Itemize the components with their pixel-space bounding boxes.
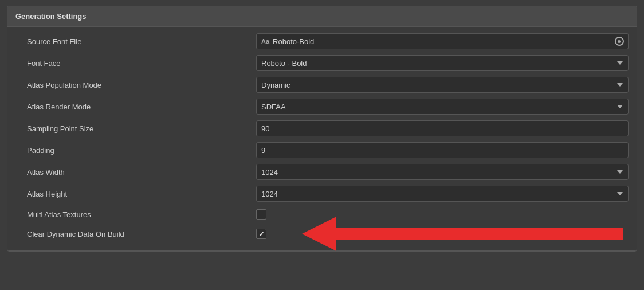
atlas-height-select-wrapper: 512 1024 2048 4096 — [256, 186, 629, 202]
label-padding: Padding — [15, 146, 256, 155]
generation-settings-panel: Generation Settings Source Font File Aa … — [7, 6, 637, 252]
label-atlas-width: Atlas Width — [15, 168, 256, 177]
atlas-render-mode-dropdown[interactable]: SDFAA SDF Raster — [256, 99, 629, 115]
source-font-field[interactable]: Aa Roboto-Bold — [256, 33, 610, 49]
multi-atlas-textures-checkbox[interactable] — [256, 209, 266, 220]
target-icon — [615, 37, 624, 46]
atlas-population-mode-select-wrapper: Dynamic Static Custom — [256, 77, 629, 93]
label-sampling-point-size: Sampling Point Size — [15, 124, 256, 133]
source-font-value: Roboto-Bold — [273, 37, 314, 46]
label-multi-atlas-textures: Multi Atlas Textures — [15, 210, 256, 219]
source-font-wrapper: Aa Roboto-Bold — [256, 33, 629, 49]
atlas-width-dropdown[interactable]: 512 1024 2048 4096 — [256, 164, 629, 180]
atlas-population-mode-dropdown[interactable]: Dynamic Static Custom — [256, 77, 629, 93]
label-font-face: Font Face — [15, 59, 256, 68]
control-padding — [256, 142, 629, 158]
control-clear-dynamic-data: ✓ — [256, 229, 629, 239]
control-source-font-file: Aa Roboto-Bold — [256, 33, 629, 49]
settings-grid: Source Font File Aa Roboto-Bold Font Fac… — [7, 27, 637, 247]
row-atlas-population-mode: Atlas Population Mode Dynamic Static Cus… — [7, 74, 637, 96]
row-sampling-point-size: Sampling Point Size — [7, 117, 637, 139]
label-clear-dynamic-data: Clear Dynamic Data On Build — [15, 230, 256, 238]
control-atlas-render-mode: SDFAA SDF Raster — [256, 99, 629, 115]
font-face-dropdown[interactable]: Roboto - Bold Roboto - Regular Roboto - … — [256, 55, 629, 71]
control-atlas-height: 512 1024 2048 4096 — [256, 186, 629, 202]
label-atlas-height: Atlas Height — [15, 190, 256, 198]
control-sampling-point-size — [256, 120, 629, 136]
row-clear-dynamic-data: Clear Dynamic Data On Build ✓ — [7, 224, 637, 244]
label-atlas-population-mode: Atlas Population Mode — [15, 81, 256, 89]
row-atlas-render-mode: Atlas Render Mode SDFAA SDF Raster — [7, 96, 637, 117]
checkmark-icon: ✓ — [258, 230, 265, 238]
atlas-width-select-wrapper: 512 1024 2048 4096 — [256, 164, 629, 180]
control-atlas-width: 512 1024 2048 4096 — [256, 164, 629, 180]
clear-dynamic-data-checkbox[interactable]: ✓ — [256, 229, 266, 239]
padding-input[interactable] — [256, 142, 629, 158]
atlas-height-dropdown[interactable]: 512 1024 2048 4096 — [256, 186, 629, 202]
source-font-target-button[interactable] — [610, 33, 629, 49]
control-font-face: Roboto - Bold Roboto - Regular Roboto - … — [256, 55, 629, 71]
panel-title: Generation Settings — [15, 12, 87, 21]
row-atlas-width: Atlas Width 512 1024 2048 4096 — [7, 161, 637, 183]
label-atlas-render-mode: Atlas Render Mode — [15, 103, 256, 111]
row-font-face: Font Face Roboto - Bold Roboto - Regular… — [7, 52, 637, 74]
font-icon-label: Aa — [261, 38, 269, 45]
font-face-select-wrapper: Roboto - Bold Roboto - Regular Roboto - … — [256, 55, 629, 71]
row-source-font-file: Source Font File Aa Roboto-Bold — [7, 30, 637, 52]
atlas-render-mode-select-wrapper: SDFAA SDF Raster — [256, 99, 629, 115]
sampling-point-size-input[interactable] — [256, 120, 629, 136]
red-arrow-annotation — [302, 217, 623, 251]
control-atlas-population-mode: Dynamic Static Custom — [256, 77, 629, 93]
svg-marker-0 — [302, 217, 623, 251]
panel-header: Generation Settings — [7, 6, 637, 27]
row-padding: Padding — [7, 139, 637, 161]
row-atlas-height: Atlas Height 512 1024 2048 4096 — [7, 183, 637, 205]
label-source-font-file: Source Font File — [15, 37, 256, 46]
